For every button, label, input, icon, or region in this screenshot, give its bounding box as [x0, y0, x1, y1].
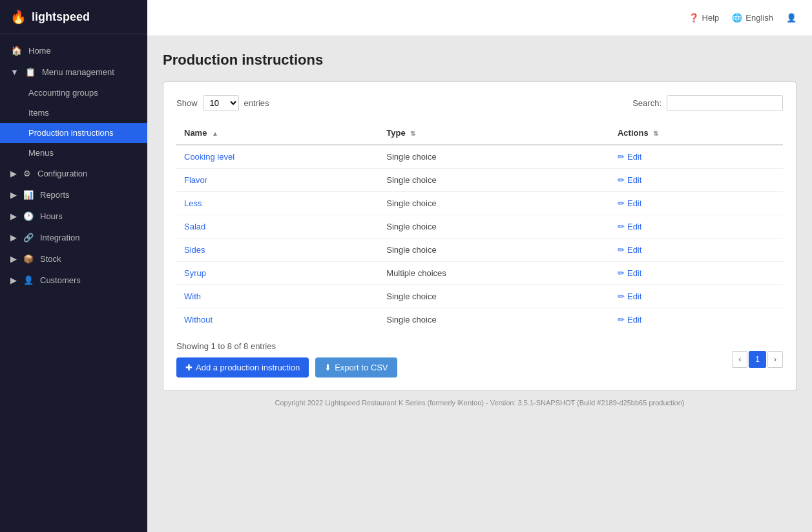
help-icon: ❓	[689, 13, 699, 23]
edit-icon: ✏	[618, 175, 625, 185]
row-name-link[interactable]: With	[184, 292, 201, 301]
sidebar-item-production-instructions[interactable]: Production instructions	[0, 123, 147, 143]
integration-label: Integration	[40, 233, 79, 242]
row-name-link[interactable]: Flavor	[184, 175, 207, 185]
sidebar-item-configuration[interactable]: ▶ ⚙ Configuration	[0, 163, 147, 184]
search-input[interactable]	[667, 95, 783, 111]
row-actions-cell: ✏ Edit	[610, 215, 783, 239]
menu-management-children: Accounting groups Items Production instr…	[0, 83, 147, 163]
integration-expand-icon: ▶	[10, 233, 17, 242]
row-name-link[interactable]: Without	[184, 315, 213, 325]
col-actions-label: Actions	[618, 128, 649, 138]
table-header-row: Name ▲ Type ⇅ Actions ⇅	[176, 122, 783, 145]
menus-label: Menus	[28, 148, 54, 158]
table-row: With Single choice ✏ Edit	[176, 285, 783, 308]
sidebar-item-integration[interactable]: ▶ 🔗 Integration	[0, 227, 147, 248]
row-actions-cell: ✏ Edit	[610, 308, 783, 332]
hours-icon: 🕐	[23, 211, 34, 221]
user-icon: 👤	[786, 13, 796, 23]
row-edit-link[interactable]: ✏ Edit	[618, 198, 775, 208]
pagination-page-1[interactable]: 1	[749, 351, 766, 368]
footer-left: Showing 1 to 8 of 8 entries ✚ Add a prod…	[176, 341, 397, 378]
row-edit-link[interactable]: ✏ Edit	[618, 292, 775, 301]
row-actions-cell: ✏ Edit	[610, 145, 783, 169]
customers-icon: 👤	[23, 275, 34, 285]
sidebar-item-reports[interactable]: ▶ 📊 Reports	[0, 184, 147, 206]
sidebar-item-items[interactable]: Items	[0, 103, 147, 123]
row-edit-link[interactable]: ✏ Edit	[618, 268, 775, 278]
user-menu[interactable]: 👤	[786, 13, 796, 23]
col-name[interactable]: Name ▲	[176, 122, 379, 145]
row-edit-link[interactable]: ✏ Edit	[618, 315, 775, 325]
row-type-cell: Multiple choices	[379, 262, 610, 285]
col-name-label: Name	[184, 128, 207, 138]
row-actions-cell: ✏ Edit	[610, 262, 783, 285]
row-name-link[interactable]: Salad	[184, 222, 205, 231]
menu-icon: 📋	[25, 67, 36, 77]
topbar: ❓ Help 🌐 English 👤	[147, 0, 812, 36]
table-row: Flavor Single choice ✏ Edit	[176, 169, 783, 192]
row-name-link[interactable]: Sides	[184, 245, 205, 255]
col-type[interactable]: Type ⇅	[379, 122, 610, 145]
sidebar-item-home-label: Home	[28, 46, 51, 56]
sidebar-item-accounting-groups[interactable]: Accounting groups	[0, 83, 147, 103]
logo-icon: 🔥	[10, 9, 26, 25]
show-label: Show	[176, 98, 198, 108]
hours-expand-icon: ▶	[10, 211, 17, 221]
logo-text: lightspeed	[32, 10, 90, 24]
row-name-link[interactable]: Syrup	[184, 268, 206, 278]
name-sort-icon: ▲	[212, 130, 218, 137]
edit-icon: ✏	[618, 245, 625, 255]
row-name-link[interactable]: Less	[184, 198, 202, 208]
entries-select[interactable]: 10 25 50 100	[203, 95, 239, 111]
configuration-label: Configuration	[37, 169, 87, 178]
sidebar-group-menu-management: ▼ 📋 Menu management Accounting groups It…	[0, 61, 147, 163]
customers-expand-icon: ▶	[10, 275, 17, 285]
help-button[interactable]: ❓ Help	[689, 13, 720, 23]
sidebar-item-customers[interactable]: ▶ 👤 Customers	[0, 270, 147, 291]
footer-actions: ✚ Add a production instruction ⬇ Export …	[176, 357, 397, 378]
row-actions-cell: ✏ Edit	[610, 192, 783, 215]
sidebar-item-menu-management[interactable]: ▼ 📋 Menu management	[0, 61, 147, 83]
sidebar-nav: 🏠 Home ▼ 📋 Menu management Accounting gr…	[0, 34, 147, 532]
language-selector[interactable]: 🌐 English	[732, 13, 773, 23]
stock-expand-icon: ▶	[10, 254, 17, 264]
row-name-cell: Cooking level	[176, 145, 379, 169]
hours-label: Hours	[40, 211, 63, 221]
pagination-next[interactable]: ›	[767, 351, 783, 368]
pagination: ‹ 1 ›	[732, 351, 783, 368]
row-edit-link[interactable]: ✏ Edit	[618, 245, 775, 255]
row-name-link[interactable]: Cooking level	[184, 152, 234, 162]
table-footer: Showing 1 to 8 of 8 entries ✚ Add a prod…	[176, 341, 783, 378]
main-content: ❓ Help 🌐 English 👤 Production instructio…	[147, 0, 812, 532]
sidebar-item-stock[interactable]: ▶ 📦 Stock	[0, 248, 147, 270]
sidebar-item-menus[interactable]: Menus	[0, 143, 147, 163]
row-name-cell: Without	[176, 308, 379, 332]
pagination-prev[interactable]: ‹	[732, 351, 747, 368]
menu-management-icon: ▼	[10, 67, 19, 77]
home-icon: 🏠	[10, 45, 22, 56]
row-edit-link[interactable]: ✏ Edit	[618, 175, 775, 185]
table-row: Sides Single choice ✏ Edit	[176, 239, 783, 262]
production-instructions-label: Production instructions	[28, 128, 114, 138]
sidebar-item-home[interactable]: 🏠 Home	[0, 39, 147, 61]
entries-label: entries	[244, 98, 269, 108]
add-production-instruction-button[interactable]: ✚ Add a production instruction	[176, 357, 309, 378]
row-type-cell: Single choice	[379, 145, 610, 169]
row-name-cell: With	[176, 285, 379, 308]
row-edit-link[interactable]: ✏ Edit	[618, 152, 775, 162]
col-actions[interactable]: Actions ⇅	[610, 122, 783, 145]
showing-text: Showing 1 to 8 of 8 entries	[176, 341, 397, 351]
page-title: Production instructions	[163, 52, 796, 69]
stock-label: Stock	[40, 254, 61, 264]
configuration-icon: ⚙	[23, 169, 31, 178]
sidebar-item-hours[interactable]: ▶ 🕐 Hours	[0, 206, 147, 227]
row-edit-link[interactable]: ✏ Edit	[618, 222, 775, 231]
edit-icon: ✏	[618, 222, 625, 231]
col-type-label: Type	[386, 128, 405, 138]
export-csv-button[interactable]: ⬇ Export to CSV	[315, 357, 397, 378]
reports-icon: 📊	[23, 190, 34, 200]
table-row: Less Single choice ✏ Edit	[176, 192, 783, 215]
accounting-groups-label: Accounting groups	[28, 88, 98, 98]
stock-icon: 📦	[23, 254, 34, 264]
